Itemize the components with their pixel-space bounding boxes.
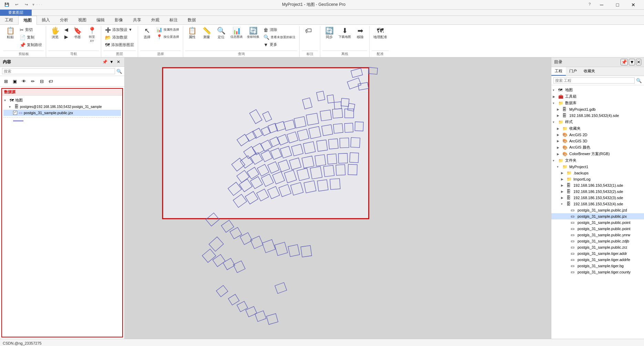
tab-data[interactable]: 数据 <box>183 15 201 24</box>
catalog-colorbrewer[interactable]: ▶ 🎨 ColorBrewer 方案(RGB) <box>551 151 644 157</box>
copy-btn[interactable]: 📄复制 <box>18 34 44 41</box>
catalog-tab-favorites[interactable]: 收藏夹 <box>580 67 599 76</box>
maximize-btn[interactable]: □ <box>610 0 625 10</box>
tab-insert[interactable]: 插入 <box>37 15 55 24</box>
tree-item-map[interactable]: ▾ 🗺 地图 <box>3 97 121 104</box>
label-properties-btn[interactable]: 🏷 <box>302 26 315 36</box>
georeference-btn[interactable]: 🗺 地理配准 <box>372 26 389 41</box>
attr-select-btn[interactable]: 📊按属性选择 <box>155 26 181 33</box>
catalog-tiger-county[interactable]: ▭ postgis_31_sample.tiger.county <box>551 269 644 275</box>
catalog-tab-portal[interactable]: 门户 <box>566 67 580 76</box>
catalog-jzx[interactable]: ▭ postgis_31_sample.public.jzx <box>551 213 644 219</box>
info-table-btn[interactable]: 📊 信息图表 <box>229 26 245 40</box>
add-data-btn[interactable]: 📂添加数据 <box>103 34 136 41</box>
attributes-btn[interactable]: 📋 属性 <box>185 26 199 41</box>
catalog-tiger-addrfe[interactable]: ▭ postgis_31_sample.tiger.addrfe <box>551 257 644 263</box>
catalog-zrz[interactable]: ▭ postgis_31_sample.public.zrz <box>551 244 644 250</box>
catalog-toolbox[interactable]: ▶ 🧰 工具箱 <box>551 93 644 100</box>
goto-xy-btn[interactable]: 📍 转至XY <box>85 26 99 44</box>
tree-item-postgis-layer[interactable]: ▭ postgis_31_sample.public.jzx <box>3 110 121 116</box>
reference-layer-btn[interactable]: ⊟ <box>38 77 45 85</box>
right-panel-close-btn[interactable]: ✕ <box>636 59 641 65</box>
panel-menu-btn[interactable]: ▼ <box>108 59 115 65</box>
catalog-sde3[interactable]: ▶ 🗄 192.168.186.150,5432(3).sde <box>551 195 644 201</box>
catalog-styles[interactable]: ▾ 📁 样式 <box>551 119 644 125</box>
download-map-btn[interactable]: ⬇ 下载地图 <box>337 26 353 40</box>
panel-pin-btn[interactable]: 📌 <box>102 59 108 65</box>
catalog-tiger-addr[interactable]: ▭ postgis_31_sample.tiger.addr <box>551 250 644 257</box>
select-btn[interactable]: ↖ 选择 <box>140 26 154 41</box>
save-quick-btn[interactable]: 💾 <box>3 1 11 9</box>
group-layer-btn[interactable]: ▣ <box>11 77 19 85</box>
catalog-tab-project[interactable]: 工程 <box>551 67 566 76</box>
tab-share[interactable]: 共享 <box>128 15 146 24</box>
forward-btn[interactable]: ▶ <box>63 33 70 40</box>
catalog-favorites-style[interactable]: ▶ 📁 收藏夹 <box>551 125 644 132</box>
add-preset-btn[interactable]: ➕添加预设 ▼ <box>103 26 136 33</box>
cut-btn[interactable]: ✂剪切 <box>18 26 44 33</box>
catalog-sde2[interactable]: ▶ 🗄 192.168.186.150,5432(2).sde <box>551 188 644 195</box>
right-panel-pin-btn[interactable]: 📌 <box>621 59 628 65</box>
right-panel-menu-btn[interactable]: ▼ <box>629 59 635 65</box>
redo-quick-btn[interactable]: ↪ <box>22 1 30 9</box>
catalog-arcgis3d[interactable]: ▶ 🎨 ArcGIS 3D <box>551 138 644 144</box>
add-layer-btn[interactable]: ⊞ <box>2 77 10 85</box>
catalog-point1[interactable]: ▭ postgis_31_sample.public.point <box>551 219 644 226</box>
catalog-myproject-gdb[interactable]: ▶ 🗄 MyProject1.gdb <box>551 106 644 112</box>
remove-btn[interactable]: ➡ 移除 <box>353 26 367 41</box>
catalog-ynrw[interactable]: ▭ postgis_31_sample.public.ynrw <box>551 232 644 238</box>
catalog-zdjb[interactable]: ▭ postgis_31_sample.public.zdjb <box>551 238 644 244</box>
label-layer-btn[interactable]: 🏷 <box>47 77 54 85</box>
find-unplaced-btn[interactable]: 🔍查看未放置的标注 <box>262 34 297 41</box>
catalog-point2[interactable]: ▭ postgis_31_sample.public.point <box>551 226 644 232</box>
tab-view[interactable]: 视图 <box>73 15 92 24</box>
help-btn[interactable]: ? <box>585 0 594 8</box>
more-btn[interactable]: ▼更多 <box>262 41 297 48</box>
coord-btn[interactable]: 🔄 坐标转换 <box>245 26 261 40</box>
browse-btn[interactable]: 🖐 浏览 <box>48 26 62 41</box>
catalog-myproject1-folder[interactable]: ▾ 📁 MyProject1 <box>551 164 644 170</box>
draw-order-btn[interactable]: ✏ <box>29 77 37 85</box>
close-btn[interactable]: ✕ <box>625 0 641 10</box>
catalog-sde4-top[interactable]: ▶ 🗄 192.168.186.150,5432(4).sde <box>551 112 644 119</box>
tab-appearance[interactable]: 外观 <box>146 15 165 24</box>
tab-label[interactable]: 标注 <box>165 15 183 24</box>
catalog-database[interactable]: ▾ 📁 数据库 <box>551 100 644 106</box>
catalog-folders[interactable]: ▾ 📁 文件夹 <box>551 157 644 164</box>
tab-edit[interactable]: 编辑 <box>92 15 110 24</box>
map-canvas[interactable] <box>125 57 551 339</box>
minimize-btn[interactable]: ─ <box>594 0 610 10</box>
locate-btn[interactable]: 🔍 定位 <box>214 26 228 41</box>
back-btn[interactable]: ◀ <box>63 26 70 33</box>
tab-map[interactable]: 地图 <box>18 16 37 25</box>
catalog-search-input[interactable] <box>553 77 635 84</box>
catalog-jzd[interactable]: ▭ postgis_31_sample.public.jzd <box>551 207 644 213</box>
location-select-btn[interactable]: 📍按位置选择 <box>155 33 181 40</box>
clear-btn[interactable]: 🗑清除 <box>262 26 297 33</box>
undo-quick-btn[interactable]: ↩ <box>12 1 21 9</box>
add-graphics-btn[interactable]: 🗺添加图形图层 <box>103 41 136 48</box>
layer-checkbox[interactable] <box>13 111 17 115</box>
catalog-importlog[interactable]: ▶ 📁 ImportLog <box>551 176 644 182</box>
panel-close-btn[interactable]: ✕ <box>115 59 122 65</box>
tree-item-postgres[interactable]: ▾ 🗄 postgres@192.168.186.150,5432:postgi… <box>3 104 121 110</box>
measure-btn[interactable]: 📏 测量 <box>200 26 214 41</box>
tab-project[interactable]: 工程 <box>0 15 18 24</box>
bookmark-btn[interactable]: 🔖 书签 <box>71 26 84 41</box>
catalog-backups[interactable]: ▶ 📁 .backups <box>551 170 644 176</box>
feature-layer-tab[interactable]: 要素图层 <box>0 10 32 16</box>
tab-analysis[interactable]: 分析 <box>55 15 73 24</box>
paste-btn[interactable]: 📋 粘贴 <box>3 26 17 41</box>
catalog-tiger-bg[interactable]: ▭ postgis_31_sample.tiger.bg <box>551 263 644 269</box>
tab-imagery[interactable]: 影像 <box>110 15 128 24</box>
visibility-btn[interactable]: 👁 <box>20 77 28 85</box>
catalog-search-btn[interactable]: 🔍 <box>636 78 642 83</box>
catalog-arcgis-color[interactable]: ▶ 🎨 ArcGIS 颜色 <box>551 144 644 151</box>
catalog-arcgis2d[interactable]: ▶ 🎨 ArcGIS 2D <box>551 132 644 138</box>
catalog-maps[interactable]: ▾ 🗺 地图 <box>551 87 644 93</box>
search-button[interactable]: 🔍 <box>116 69 122 74</box>
catalog-sde1[interactable]: ▶ 🗄 192.168.186.150,5432(1).sde <box>551 182 644 188</box>
catalog-sde4[interactable]: ▾ 🗄 192.168.186.150,5432(4).sde <box>551 201 644 207</box>
copy-path-btn[interactable]: 📌复制路径 <box>18 41 44 48</box>
search-input[interactable] <box>2 68 115 74</box>
